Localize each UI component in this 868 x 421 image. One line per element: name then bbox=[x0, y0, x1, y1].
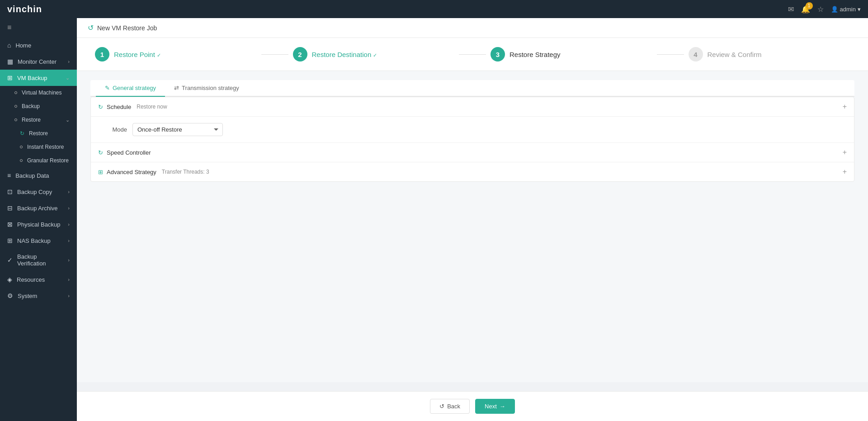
schedule-section-header[interactable]: ↻ Schedule Restore now + bbox=[91, 97, 854, 117]
sidebar-item-system[interactable]: ⚙ System › bbox=[0, 288, 77, 304]
logo-vin: vin bbox=[7, 4, 22, 14]
monitor-chevron: › bbox=[68, 59, 70, 64]
advanced-title-group: ⊞ Advanced Strategy Transfer Threads: 3 bbox=[98, 169, 209, 175]
sidebar-label-system: System bbox=[18, 293, 63, 299]
screen-icon[interactable]: ☆ bbox=[817, 5, 824, 14]
sidebar-label-resources: Resources bbox=[17, 276, 63, 283]
user-label: admin bbox=[840, 6, 856, 13]
tab-transmission-label: Transmission strategy bbox=[182, 85, 239, 91]
step-2-number: 2 bbox=[298, 51, 302, 58]
granular-restore-dot-icon bbox=[20, 159, 23, 162]
sidebar-label-home: Home bbox=[15, 42, 70, 49]
sidebar-item-backup-verification[interactable]: ✓ Backup Verification › bbox=[0, 249, 77, 271]
sidebar-label-backup: Backup bbox=[22, 103, 40, 109]
sidebar-label-instant-restore: Instant Restore bbox=[27, 144, 64, 150]
next-button[interactable]: Next → bbox=[475, 399, 515, 414]
mode-label: Mode bbox=[100, 126, 127, 133]
scrollable-content: ✎ General strategy ⇄ Transmission strate… bbox=[77, 71, 868, 382]
step-2: 2 Restore Destination ✓ bbox=[293, 47, 455, 61]
advanced-title: Advanced Strategy bbox=[107, 169, 156, 175]
sidebar-item-monitor[interactable]: ▦ Monitor Center › bbox=[0, 53, 77, 70]
tab-transmission-strategy[interactable]: ⇄ Transmission strategy bbox=[165, 80, 248, 97]
tab-bar: ✎ General strategy ⇄ Transmission strate… bbox=[90, 80, 854, 97]
back-icon: ↺ bbox=[439, 403, 444, 410]
step-divider-3 bbox=[657, 54, 684, 55]
sidebar-toggle[interactable]: ≡ bbox=[0, 18, 77, 37]
tab-general-label: General strategy bbox=[113, 85, 156, 91]
speed-expand-icon[interactable]: + bbox=[843, 148, 847, 156]
sidebar-item-backup[interactable]: Backup bbox=[0, 99, 77, 113]
step-1: 1 Restore Point ✓ bbox=[95, 47, 257, 61]
backup-archive-icon: ⊟ bbox=[7, 204, 13, 212]
restore-dot-icon bbox=[14, 118, 17, 121]
backup-archive-chevron: › bbox=[68, 205, 70, 211]
sidebar-label-restore-sub: Restore bbox=[29, 130, 48, 137]
sidebar-label-restore: Restore bbox=[22, 117, 41, 123]
advanced-strategy-section-header[interactable]: ⊞ Advanced Strategy Transfer Threads: 3 … bbox=[91, 162, 854, 181]
next-icon: → bbox=[500, 403, 505, 410]
physical-backup-chevron: › bbox=[68, 222, 70, 227]
vm-dot-icon bbox=[14, 91, 17, 94]
sidebar-item-physical-backup[interactable]: ⊠ Physical Backup › bbox=[0, 216, 77, 232]
page-header-icon: ↺ bbox=[88, 24, 94, 32]
home-icon: ⌂ bbox=[7, 42, 11, 49]
resources-icon: ◈ bbox=[7, 276, 12, 283]
sidebar-label-physical-backup: Physical Backup bbox=[17, 221, 63, 228]
sidebar-item-virtual-machines[interactable]: Virtual Machines bbox=[0, 86, 77, 99]
vm-backup-icon: ⊞ bbox=[7, 74, 13, 81]
schedule-subtitle: Restore now bbox=[137, 104, 167, 110]
sidebar-item-restore[interactable]: Restore ⌄ bbox=[0, 113, 77, 127]
nas-backup-icon: ⊞ bbox=[7, 237, 13, 244]
physical-backup-icon: ⊠ bbox=[7, 221, 13, 228]
sidebar-item-restore-sub[interactable]: ↻ Restore bbox=[0, 127, 77, 140]
sidebar-item-vm-backup[interactable]: ⊞ VM Backup ⌄ bbox=[0, 70, 77, 86]
message-icon[interactable]: ✉ bbox=[788, 5, 794, 14]
sidebar-item-backup-data[interactable]: ≡ Backup Data bbox=[0, 167, 77, 184]
mode-select[interactable]: Once-off Restore Scheduled Restore bbox=[132, 123, 223, 136]
back-button[interactable]: ↺ Back bbox=[430, 399, 470, 414]
monitor-icon: ▦ bbox=[7, 58, 13, 65]
notification-badge: 1 bbox=[806, 2, 813, 9]
schedule-icon: ↻ bbox=[98, 104, 103, 110]
sidebar-item-resources[interactable]: ◈ Resources › bbox=[0, 271, 77, 288]
sidebar-item-home[interactable]: ⌂ Home bbox=[0, 37, 77, 53]
instant-restore-dot-icon bbox=[20, 146, 23, 148]
mode-form-row: Mode Once-off Restore Scheduled Restore bbox=[100, 123, 845, 136]
sidebar-item-backup-archive[interactable]: ⊟ Backup Archive › bbox=[0, 200, 77, 216]
sidebar-item-granular-restore[interactable]: Granular Restore bbox=[0, 154, 77, 167]
tab-general-strategy[interactable]: ✎ General strategy bbox=[96, 80, 165, 97]
step-2-circle: 2 bbox=[293, 47, 307, 61]
step-1-circle: 1 bbox=[95, 47, 109, 61]
page-title: New VM Restore Job bbox=[97, 24, 157, 32]
schedule-title: Schedule bbox=[107, 104, 131, 110]
strategy-card: ↻ Schedule Restore now + Mode Once-off R… bbox=[90, 97, 854, 182]
step-3-circle: 3 bbox=[491, 47, 505, 61]
user-icon: 👤 bbox=[831, 6, 838, 13]
advanced-expand-icon[interactable]: + bbox=[843, 168, 847, 176]
user-menu[interactable]: 👤 admin ▾ bbox=[831, 6, 861, 13]
sidebar: ≡ ⌂ Home ▦ Monitor Center › ⊞ VM Backup … bbox=[0, 0, 77, 421]
sidebar-item-nas-backup[interactable]: ⊞ NAS Backup › bbox=[0, 232, 77, 249]
schedule-expand-icon[interactable]: + bbox=[843, 103, 847, 111]
backup-copy-chevron: › bbox=[68, 189, 70, 194]
speed-controller-section-header[interactable]: ↻ Speed Controller + bbox=[91, 143, 854, 162]
sidebar-label-nas-backup: NAS Backup bbox=[17, 237, 63, 244]
sidebar-label-backup-archive: Backup Archive bbox=[17, 205, 63, 212]
backup-verification-icon: ✓ bbox=[7, 256, 13, 264]
backup-copy-icon: ⊡ bbox=[7, 188, 13, 195]
notification-icon[interactable]: 🔔 1 bbox=[801, 5, 810, 14]
back-label: Back bbox=[447, 403, 460, 410]
sidebar-label-backup-data: Backup Data bbox=[15, 172, 70, 179]
backup-verification-chevron: › bbox=[68, 257, 70, 263]
system-icon: ⚙ bbox=[7, 292, 13, 299]
sidebar-item-backup-copy[interactable]: ⊡ Backup Copy › bbox=[0, 184, 77, 200]
user-chevron: ▾ bbox=[858, 6, 861, 13]
sidebar-item-instant-restore[interactable]: Instant Restore bbox=[0, 140, 77, 154]
schedule-content: Mode Once-off Restore Scheduled Restore bbox=[91, 117, 854, 143]
step-divider-1 bbox=[261, 54, 288, 55]
step-3-label: Restore Strategy bbox=[509, 51, 561, 58]
nas-backup-chevron: › bbox=[68, 238, 70, 243]
step-4-label: Review & Confirm bbox=[708, 51, 762, 58]
bottom-bar: ↺ Back Next → bbox=[77, 391, 868, 421]
step-divider-2 bbox=[459, 54, 486, 55]
